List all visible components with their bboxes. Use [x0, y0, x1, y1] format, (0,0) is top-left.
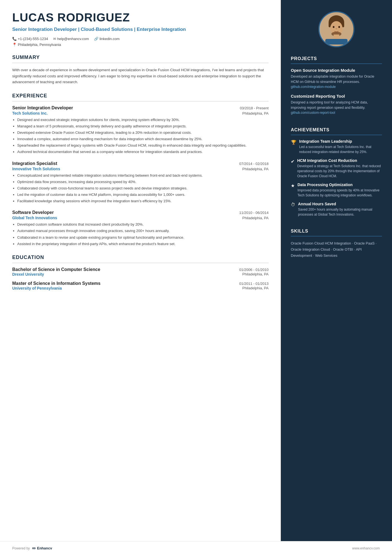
experience-section: EXPERIENCE Senior Integration Developer … [12, 93, 269, 247]
edu-2-header: Master of Science in Information Systems… [12, 281, 269, 286]
brand-name: Enhancv [37, 546, 52, 550]
resume-page: LUCAS RODRIGUEZ Senior Integration Devel… [0, 0, 392, 555]
avatar-svg [322, 14, 350, 45]
list-item: Optimized data flow processes, increasin… [17, 179, 269, 185]
enhancv-icon: ∞ [32, 545, 36, 551]
summary-title: SUMMARY [12, 55, 269, 60]
edu-2-dates: 01/2011 - 01/2013 [239, 282, 269, 286]
achievements-title: ACHIEVEMENTS [291, 127, 382, 132]
project-2-link: github.com/custom-report-tool [291, 111, 382, 115]
achievements-divider [291, 135, 382, 135]
brand-logo: ∞ Enhancv [32, 545, 52, 551]
photo-area [291, 11, 382, 47]
summary-divider [12, 63, 269, 63]
svg-point-5 [333, 26, 334, 28]
contact-line: 📞 +1-(234)-555-1234 ✉ help@enhancv.com 🔗… [12, 37, 269, 41]
job-1: Senior Integration Developer 03/2018 - P… [12, 105, 269, 155]
list-item: Authored technical documentation that se… [17, 149, 269, 155]
candidate-title: Senior Integration Developer | Cloud-Bas… [12, 26, 269, 33]
edu-2: Master of Science in Information Systems… [12, 281, 269, 290]
achievement-4: ⏱ Annual Hours Saved Saved 200+ hours an… [291, 202, 382, 217]
achievement-2-desc: Developed a strategy at Tech Solutions I… [297, 164, 382, 179]
location-value: Philadelphia, Pennsylvania [18, 43, 61, 47]
edu-1-dates: 01/2006 - 01/2010 [239, 268, 269, 272]
skill-3: Oracle Integration Cloud [291, 247, 330, 251]
experience-title: EXPERIENCE [12, 93, 269, 99]
link-icon: 🔗 [94, 37, 98, 41]
trophy-icon: 🏆 [291, 140, 296, 145]
job-3-title: Software Developer [12, 210, 54, 215]
edu-2-degree: Master of Science in Information Systems [12, 281, 100, 286]
achievement-4-name: Annual Hours Saved [298, 202, 382, 206]
skill-2: Oracle PaaS [354, 241, 375, 245]
edu-1-location: Philadelphia, PA [242, 272, 269, 277]
avatar [318, 11, 354, 47]
skills-section: SKILLS Oracle Fusion Cloud HCM Integrati… [291, 229, 382, 259]
skill-1: Oracle Fusion Cloud HCM Integration [291, 241, 351, 245]
edu-1-school: Drexel University [12, 272, 44, 277]
project-1-link: github.com/integration-module [291, 85, 382, 89]
list-item: Developed custom software solutions that… [17, 222, 269, 227]
edu-1-sub: Drexel University Philadelphia, PA [12, 272, 269, 277]
projects-section: PROJECTS Open Source Integration Module … [291, 56, 382, 120]
project-2: Customized Reporting Tool Designed a rep… [291, 94, 382, 115]
skills-title: SKILLS [291, 229, 382, 234]
achievement-3-desc: Improved data processing speeds by 40% a… [297, 188, 382, 198]
resume-container: LUCAS RODRIGUEZ Senior Integration Devel… [0, 0, 392, 541]
job-2-dates: 07/2014 - 02/2018 [239, 162, 269, 166]
edu-2-sub: University of Pennsylvania Philadelphia,… [12, 286, 269, 290]
achievement-3-name: Data Processing Optimization [297, 182, 382, 187]
clock-icon: ⏱ [291, 202, 295, 207]
job-1-header: Senior Integration Developer 03/2018 - P… [12, 105, 269, 110]
job-3-sub: Global Tech Innovations Philadelphia, PA [12, 216, 269, 220]
project-1: Open Source Integration Module Developed… [291, 68, 382, 89]
achievement-2-name: HCM Integration Cost Reduction [297, 158, 382, 163]
list-item: Managed a team of 5 professionals, ensur… [17, 124, 269, 129]
project-1-desc: Developed an adaptable integration modul… [291, 74, 382, 85]
job-1-bullets: Designed and executed strategic integrat… [12, 117, 269, 155]
education-title: EDUCATION [12, 255, 269, 260]
project-1-name: Open Source Integration Module [291, 68, 382, 73]
job-3: Software Developer 11/2010 - 06/2014 Glo… [12, 210, 269, 247]
list-item: Innovated a complex, automated error-han… [17, 136, 269, 142]
projects-divider [291, 63, 382, 64]
edu-1-degree: Bachelor of Science in Computer Science [12, 267, 100, 272]
list-item: Collaborated in a team to revise and upd… [17, 235, 269, 240]
email-icon: ✉ [53, 37, 56, 41]
list-item: Led the migration of customer data to a … [17, 192, 269, 198]
phone-value: +1-(234)-555-1234 [18, 37, 48, 41]
star-icon: ★ [291, 183, 295, 188]
job-3-company: Global Tech Innovations [12, 216, 57, 220]
job-1-location: Philadelphia, PA [242, 111, 269, 115]
job-2-location: Philadelphia, PA [242, 167, 269, 171]
edu-2-school: University of Pennsylvania [12, 286, 62, 290]
footer: Powered by ∞ Enhancv www.enhancv.com [0, 541, 392, 555]
job-3-bullets: Developed custom software solutions that… [12, 222, 269, 247]
edu-2-location: Philadelphia, PA [242, 286, 269, 290]
job-1-dates: 03/2018 - Present [240, 106, 269, 110]
project-2-desc: Designed a reporting tool for analyzing … [291, 100, 382, 111]
check-icon: ✔ [291, 159, 294, 164]
candidate-name: LUCAS RODRIGUEZ [12, 11, 269, 24]
location-line: 📍 Philadelphia, Pennsylvania [12, 43, 269, 47]
list-item: Designed and executed strategic integrat… [17, 117, 269, 123]
skill-4: Oracle OTBI [333, 247, 353, 251]
skills-divider [291, 236, 382, 236]
job-2-bullets: Conceptualized and implemented reliable … [12, 173, 269, 204]
svg-rect-9 [325, 39, 348, 45]
job-3-location: Philadelphia, PA [242, 216, 269, 220]
list-item: Spearheaded the replacement of legacy sy… [17, 143, 269, 148]
job-3-dates: 11/2010 - 06/2014 [239, 211, 269, 215]
job-2-sub: Innovative Tech Solutions Philadelphia, … [12, 167, 269, 171]
skills-text: Oracle Fusion Cloud HCM Integration · Or… [291, 240, 382, 259]
achievement-4-desc: Saved 200+ hours annually by automating … [298, 207, 382, 217]
email-item: ✉ help@enhancv.com [53, 37, 89, 41]
education-section: EDUCATION Bachelor of Science in Compute… [12, 255, 269, 290]
job-2-company: Innovative Tech Solutions [12, 167, 60, 171]
website-value: linkedin.com [100, 37, 120, 41]
website-item: 🔗 linkedin.com [94, 37, 120, 41]
phone-item: 📞 +1-(234)-555-1234 [12, 37, 48, 41]
summary-section: SUMMARY With over a decade of experience… [12, 55, 269, 85]
svg-point-6 [338, 26, 340, 28]
left-column: LUCAS RODRIGUEZ Senior Integration Devel… [0, 0, 281, 541]
